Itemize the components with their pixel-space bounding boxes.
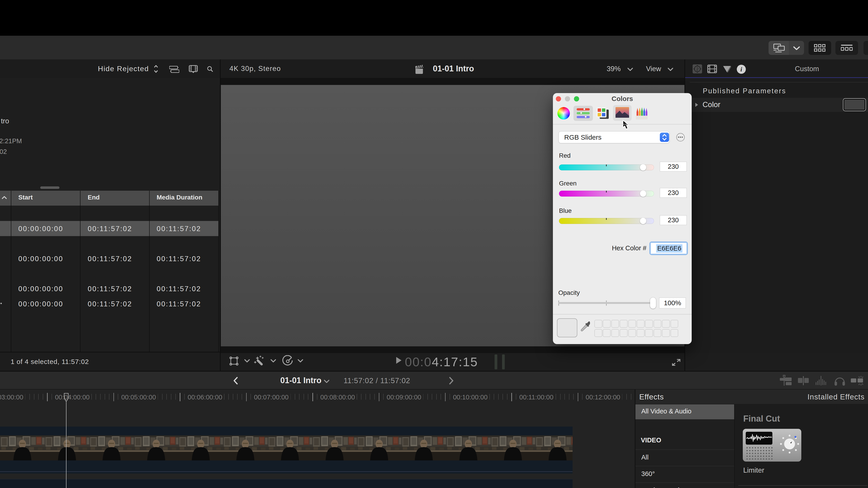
svg-text:2: 2: [696, 67, 699, 71]
svg-text:i: i: [741, 66, 742, 73]
